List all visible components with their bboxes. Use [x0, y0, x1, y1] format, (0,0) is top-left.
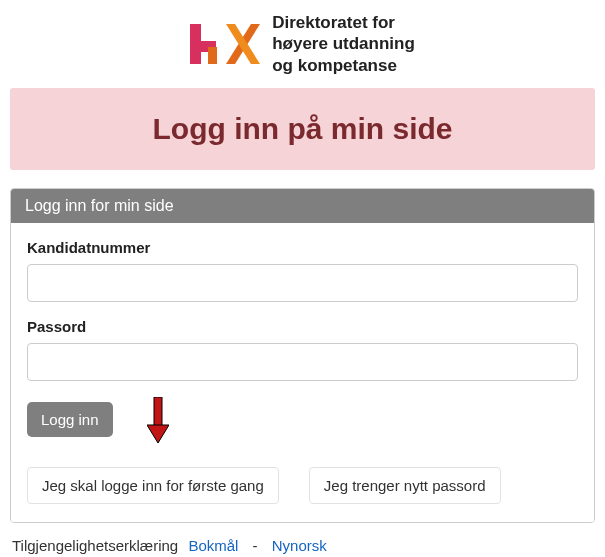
login-card-body: Kandidatnummer Passord Logg inn Jeg skal…: [11, 223, 594, 522]
login-card-header: Logg inn for min side: [11, 189, 594, 223]
org-name: Direktoratet for høyere utdanning og kom…: [272, 12, 415, 76]
login-button[interactable]: Logg inn: [27, 402, 113, 437]
svg-rect-5: [154, 397, 162, 427]
language-bokmal-link[interactable]: Bokmål: [188, 537, 238, 554]
login-card: Logg inn for min side Kandidatnummer Pas…: [10, 188, 595, 523]
page-title: Logg inn på min side: [153, 112, 453, 145]
accessibility-statement: Tilgjengelighetserklæring: [12, 537, 178, 554]
svg-marker-6: [147, 425, 169, 443]
org-line2: høyere utdanning: [272, 33, 415, 54]
logo-icon: [190, 20, 260, 68]
arrow-down-icon: [147, 397, 169, 443]
page-title-banner: Logg inn på min side: [10, 88, 595, 170]
language-nynorsk-link[interactable]: Nynorsk: [272, 537, 327, 554]
password-label: Passord: [27, 318, 578, 335]
candidate-number-label: Kandidatnummer: [27, 239, 578, 256]
first-time-login-button[interactable]: Jeg skal logge inn for første gang: [27, 467, 279, 504]
org-line1: Direktoratet for: [272, 12, 415, 33]
org-line3: og kompetanse: [272, 55, 415, 76]
separator: -: [253, 537, 258, 554]
footer-row-1: Tilgjengelighetserklæring Bokmål - Nynor…: [10, 533, 595, 557]
svg-rect-2: [208, 47, 217, 64]
site-header: Direktoratet for høyere utdanning og kom…: [10, 8, 595, 88]
need-new-password-button[interactable]: Jeg trenger nytt passord: [309, 467, 501, 504]
password-input[interactable]: [27, 343, 578, 381]
candidate-number-input[interactable]: [27, 264, 578, 302]
